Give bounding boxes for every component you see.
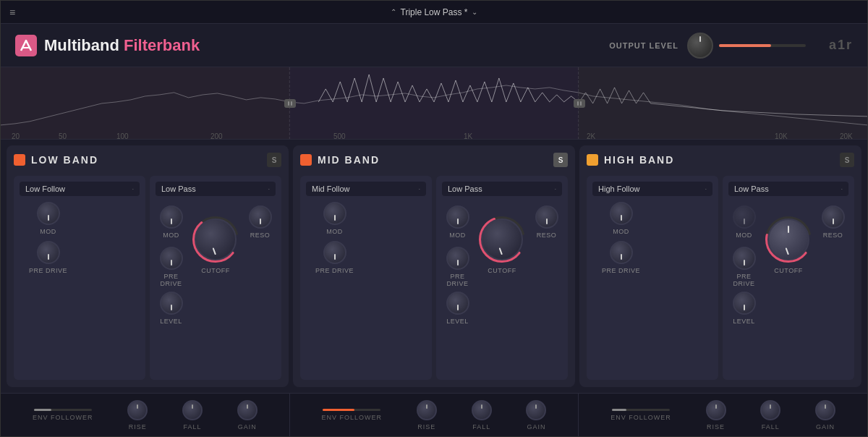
high-lowpass-predrive-knob-container: PRE DRIVE (728, 247, 760, 287)
low-band-panel: LOW BAND S Low Follow · MOD (7, 145, 289, 387)
high-follow-dropdown[interactable]: High Follow · (592, 182, 712, 196)
low-rise-knob[interactable] (127, 400, 148, 420)
low-follow-mod-knob[interactable] (37, 202, 60, 225)
high-lowpass-cutoff-ring (764, 215, 813, 264)
low-follow-predrive-knob[interactable] (37, 241, 60, 264)
high-follow-knobs: MOD PRE DRIVE (592, 202, 712, 274)
low-pass-cutoff-knob[interactable] (195, 218, 237, 260)
high-rise-knob[interactable] (706, 400, 726, 420)
mid-lowpass-reso-label: RESO (537, 232, 557, 239)
high-follow-mod-knob[interactable] (610, 202, 633, 225)
high-lowpass-level-knob[interactable] (733, 292, 756, 315)
low-band-color (14, 154, 25, 166)
output-knob-container (687, 33, 806, 59)
low-band-filters: Low Follow · MOD (14, 176, 281, 380)
preset-arrow-up-icon[interactable]: ⌃ (391, 8, 396, 16)
high-band-solo-button[interactable]: S (840, 153, 854, 167)
high-fall-knob[interactable] (760, 400, 780, 420)
low-follow-knobs: MOD PRE DRIVE (20, 202, 140, 274)
menu-icon[interactable]: ≡ (9, 7, 15, 18)
low-pass-predrive-knob[interactable] (160, 247, 183, 270)
svg-rect-0 (15, 35, 37, 56)
low-fall-knob[interactable] (182, 400, 203, 420)
header: Multiband Filterbank OUTPUT LEVEL a1r (1, 24, 867, 67)
bands-section: LOW BAND S Low Follow · MOD (1, 140, 867, 393)
dropdown-arrow-6: · (841, 186, 843, 192)
mid-band-solo-button[interactable]: S (553, 153, 568, 167)
preset-selector[interactable]: ⌃ Triple Low Pass * ⌄ (391, 7, 478, 17)
low-follow-dropdown[interactable]: Low Follow · (20, 182, 140, 196)
high-band-header: HIGH BAND S (587, 153, 854, 167)
freq-label-1k: 1K (464, 132, 472, 140)
high-lowpass-mod-knob[interactable] (733, 205, 756, 229)
high-lowpass-reso-knob[interactable] (822, 205, 845, 229)
mid-follow-mod-knob[interactable] (323, 202, 346, 225)
high-follow-label: High Follow (598, 184, 639, 193)
low-env-bar[interactable] (34, 409, 92, 411)
freq-label-20: 20 (12, 132, 20, 140)
mid-lowpass-mod-knob[interactable] (446, 205, 469, 229)
mid-lowpass-reso-knob-container: RESO (535, 205, 558, 239)
mid-band-filters: Mid Follow · MOD (300, 176, 568, 380)
high-lowpass-dropdown[interactable]: Low Pass · (728, 182, 848, 196)
dropdown-arrow-4: · (555, 186, 556, 192)
mid-lowpass-cutoff-label: CUTOFF (488, 267, 516, 274)
low-band-header: LOW BAND S (14, 153, 281, 167)
bottom-bar: ENV FOLLOWER RISE FALL GAIN ENV FOLLOWER (1, 393, 867, 436)
low-pass-label: Low Pass (161, 184, 196, 193)
low-pass-level-knob-container: LEVEL (160, 292, 183, 325)
low-gain-label: GAIN (238, 423, 257, 430)
high-follow-predrive-label: PRE DRIVE (602, 267, 640, 274)
mid-lowpass-level-label: LEVEL (446, 318, 469, 325)
low-follow-predrive-label: PRE DRIVE (29, 267, 67, 274)
freq-label-2k: 2K (587, 132, 595, 140)
output-level-knob[interactable] (687, 33, 713, 59)
band-divider-mid-high[interactable] (578, 67, 581, 139)
mid-follow-predrive-knob[interactable] (323, 241, 346, 264)
low-pass-dropdown[interactable]: Low Pass · (156, 182, 276, 196)
app-container: ≡ ⌃ Triple Low Pass * ⌄ Multiband Filter… (0, 0, 868, 437)
mid-lowpass-cutoff-knob[interactable] (481, 218, 523, 260)
mid-env-bar[interactable] (323, 409, 380, 411)
low-band-solo-button[interactable]: S (267, 153, 281, 167)
high-lowpass-predrive-knob[interactable] (733, 247, 756, 270)
output-level-label: OUTPUT LEVEL (609, 41, 678, 50)
high-follow-mod-label: MOD (613, 228, 629, 235)
high-rise-control: RISE (706, 400, 726, 430)
mid-rise-knob[interactable] (417, 400, 437, 420)
low-fall-label: FALL (183, 423, 201, 430)
mid-gain-control: GAIN (526, 400, 546, 430)
high-gain-knob[interactable] (815, 400, 835, 420)
high-lowpass-cutoff-knob[interactable] (767, 218, 809, 260)
mid-lowpass-predrive-knob-container: PRE DRIVE (442, 247, 473, 287)
high-fall-control: FALL (760, 400, 780, 430)
svg-rect-2 (289, 67, 578, 140)
band-divider-low-mid[interactable] (289, 67, 292, 139)
mid-lowpass-dropdown[interactable]: Low Pass · (442, 182, 562, 196)
mid-fall-knob[interactable] (472, 400, 492, 420)
high-follow-predrive-knob[interactable] (610, 241, 633, 264)
mid-follow-dropdown[interactable]: Mid Follow · (306, 182, 426, 196)
low-pass-knobs: MOD CUTOFF (156, 202, 276, 325)
mid-lowpass-level-knob[interactable] (446, 292, 469, 315)
preset-arrow-down-icon[interactable]: ⌄ (472, 8, 477, 16)
output-section: OUTPUT LEVEL a1r (609, 33, 853, 59)
mid-band-header: MID BAND S (300, 153, 568, 167)
freq-label-50: 50 (59, 132, 67, 140)
output-level-slider[interactable] (719, 44, 806, 47)
low-pass-reso-knob[interactable] (249, 205, 272, 229)
mid-gain-knob[interactable] (526, 400, 546, 420)
high-lowpass-knobs: MOD C (728, 202, 848, 325)
high-lowpass-level-knob-container: LEVEL (733, 292, 756, 325)
low-follow-mod-label: MOD (40, 228, 56, 235)
mid-band-bottom: ENV FOLLOWER RISE FALL GAIN (290, 394, 579, 436)
mid-lowpass-predrive-knob[interactable] (446, 247, 469, 270)
high-env-bar[interactable] (612, 409, 670, 411)
high-env-label: ENV FOLLOWER (610, 414, 671, 421)
mid-lowpass-reso-knob[interactable] (535, 205, 558, 229)
low-pass-level-knob[interactable] (160, 292, 183, 315)
low-pass-predrive-label: PRE DRIVE (156, 273, 187, 287)
low-gain-knob[interactable] (237, 400, 258, 420)
low-pass-mod-knob[interactable] (160, 205, 183, 229)
low-env-follower: ENV FOLLOWER (33, 409, 93, 421)
